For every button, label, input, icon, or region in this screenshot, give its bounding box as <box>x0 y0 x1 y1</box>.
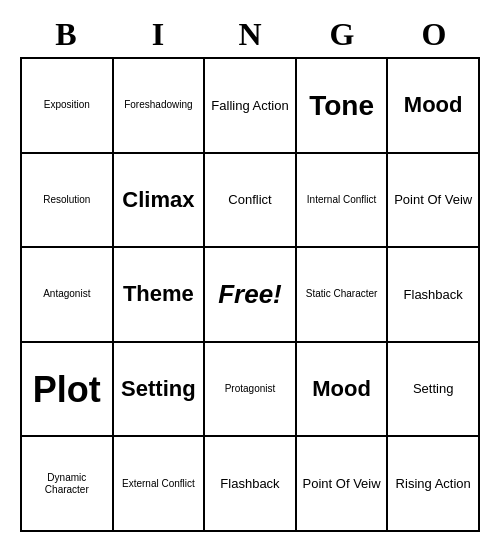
bingo-cell: Rising Action <box>388 437 480 532</box>
bingo-letter: N <box>204 12 296 57</box>
bingo-cell: Tone <box>297 59 389 154</box>
bingo-cell: Conflict <box>205 154 297 249</box>
bingo-cell: Internal Conflict <box>297 154 389 249</box>
bingo-cell: Exposition <box>22 59 114 154</box>
bingo-cell: Falling Action <box>205 59 297 154</box>
bingo-cell: Climax <box>114 154 206 249</box>
bingo-cell: Protagonist <box>205 343 297 438</box>
bingo-cell: Mood <box>297 343 389 438</box>
bingo-cell: Setting <box>388 343 480 438</box>
bingo-cell: Static Character <box>297 248 389 343</box>
bingo-header: BINGO <box>20 12 480 57</box>
bingo-grid: ExpositionForeshadowingFalling ActionTon… <box>20 57 480 532</box>
bingo-cell: Antagonist <box>22 248 114 343</box>
bingo-letter: I <box>112 12 204 57</box>
bingo-cell: Setting <box>114 343 206 438</box>
bingo-cell: External Conflict <box>114 437 206 532</box>
bingo-letter: G <box>296 12 388 57</box>
bingo-letter: B <box>20 12 112 57</box>
bingo-cell: Dynamic Character <box>22 437 114 532</box>
bingo-cell: Foreshadowing <box>114 59 206 154</box>
bingo-cell: Point Of Veiw <box>297 437 389 532</box>
bingo-cell: Theme <box>114 248 206 343</box>
bingo-cell: Free! <box>205 248 297 343</box>
bingo-cell: Resolution <box>22 154 114 249</box>
bingo-cell: Plot <box>22 343 114 438</box>
bingo-cell: Point Of Veiw <box>388 154 480 249</box>
bingo-cell: Flashback <box>388 248 480 343</box>
bingo-cell: Mood <box>388 59 480 154</box>
bingo-cell: Flashback <box>205 437 297 532</box>
bingo-letter: O <box>388 12 480 57</box>
bingo-card: BINGO ExpositionForeshadowingFalling Act… <box>20 12 480 532</box>
